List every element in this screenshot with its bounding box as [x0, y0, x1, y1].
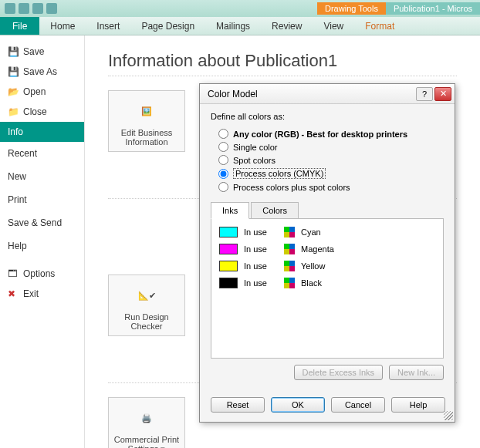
window-title: Publication1 - Micros	[386, 2, 480, 15]
sidebar-item-print[interactable]: Print	[0, 188, 84, 211]
divider	[108, 76, 457, 76]
ink-status: In use	[244, 244, 278, 254]
sidebar-label: Options	[23, 268, 55, 279]
resize-grip[interactable]	[444, 411, 453, 420]
tab-review[interactable]: Review	[261, 17, 313, 35]
sidebar-label: Print	[8, 194, 27, 205]
tab-page-design[interactable]: Page Design	[130, 17, 205, 35]
sidebar-item-exit[interactable]: ✖Exit	[0, 284, 84, 304]
tile-label: Commercial Print Settings ▾	[112, 435, 181, 448]
tab-mailings[interactable]: Mailings	[205, 17, 261, 35]
sidebar-item-close[interactable]: 📁Close	[0, 102, 84, 122]
ok-button[interactable]: OK	[271, 397, 325, 413]
sidebar-item-info[interactable]: Info	[0, 122, 84, 142]
ink-name: Magenta	[301, 244, 335, 254]
print-settings-icon: 🖨️	[131, 406, 162, 430]
business-info-icon: 🖼️	[131, 99, 162, 123]
backstage-sidebar: 💾Save 💾Save As 📂Open 📁Close Info Recent …	[0, 35, 85, 448]
ink-name: Cyan	[301, 227, 335, 237]
ribbon-tabs: File Home Insert Page Design Mailings Re…	[0, 17, 480, 35]
cancel-button[interactable]: Cancel	[331, 397, 385, 413]
sidebar-item-open[interactable]: 📂Open	[0, 82, 84, 102]
new-ink-button[interactable]: New Ink...	[389, 365, 444, 380]
radio-spot-colors[interactable]: Spot colors	[218, 153, 444, 167]
sidebar-label: Save As	[23, 66, 57, 77]
help-button[interactable]: Help	[391, 397, 445, 413]
sidebar-item-recent[interactable]: Recent	[0, 142, 84, 165]
quick-access-toolbar	[0, 3, 62, 14]
sidebar-label: Save	[23, 46, 44, 57]
tab-view[interactable]: View	[313, 17, 354, 35]
tab-home[interactable]: Home	[39, 17, 86, 35]
radio-process-plus-spot[interactable]: Process colors plus spot colors	[218, 180, 444, 194]
ink-swatch-icon	[219, 278, 238, 288]
tab-format[interactable]: Format	[354, 17, 405, 35]
design-checker-icon: 📐✔	[131, 283, 162, 308]
radio-any-color[interactable]: Any color (RGB) - Best for desktop print…	[218, 127, 444, 140]
cmyk-icon	[284, 227, 295, 237]
delete-excess-inks-button[interactable]: Delete Excess Inks	[294, 365, 384, 380]
options-icon: 🗔	[8, 268, 19, 279]
exit-icon: ✖	[8, 288, 19, 299]
sidebar-label: Recent	[8, 148, 37, 159]
sidebar-label: New	[8, 171, 26, 182]
color-model-radios: Any color (RGB) - Best for desktop print…	[218, 127, 444, 194]
tile-edit-business-info[interactable]: 🖼️ Edit Business Information	[108, 90, 185, 152]
qat-redo-icon[interactable]	[46, 3, 57, 14]
sidebar-label: Info	[8, 126, 23, 137]
qat-icon[interactable]	[5, 3, 15, 14]
define-colors-label: Define all colors as:	[211, 112, 444, 121]
tab-insert[interactable]: Insert	[86, 17, 130, 35]
save-icon: 💾	[8, 46, 19, 57]
sidebar-item-help[interactable]: Help	[0, 234, 84, 258]
page-heading: Information about Publication1	[108, 51, 457, 71]
ink-status: In use	[244, 227, 278, 237]
dialog-help-button[interactable]: ?	[416, 87, 433, 101]
ink-row[interactable]: In use Cyan	[219, 227, 435, 237]
radio-label: Single color	[233, 143, 277, 152]
ink-status: In use	[244, 278, 278, 288]
sidebar-label: Close	[23, 106, 47, 117]
tile-commercial-print[interactable]: 🖨️ Commercial Print Settings ▾	[108, 397, 185, 448]
ink-status: In use	[244, 261, 278, 271]
ink-row[interactable]: In use Magenta	[219, 244, 435, 254]
radio-label: Process colors (CMYK)	[233, 168, 326, 179]
tile-run-design-checker[interactable]: 📐✔ Run Design Checker	[108, 275, 185, 336]
sidebar-label: Open	[23, 86, 46, 97]
sidebar-item-save[interactable]: 💾Save	[0, 42, 84, 62]
title-bar: Drawing Tools Publication1 - Micros	[0, 0, 480, 17]
sidebar-item-save-as[interactable]: 💾Save As	[0, 62, 84, 82]
cmyk-icon	[284, 244, 295, 254]
cmyk-icon	[284, 261, 295, 271]
radio-label: Any color (RGB) - Best for desktop print…	[233, 130, 407, 139]
radio-process-cmyk[interactable]: Process colors (CMYK)	[218, 167, 444, 180]
ink-row[interactable]: In use Black	[219, 278, 435, 288]
qat-undo-icon[interactable]	[32, 3, 43, 14]
dialog-body: Define all colors as: Any color (RGB) - …	[200, 104, 455, 391]
dialog-close-button[interactable]: ✕	[434, 87, 451, 101]
ink-row[interactable]: In use Yellow	[219, 261, 435, 271]
ink-swatch-icon	[219, 244, 238, 254]
file-tab[interactable]: File	[0, 17, 39, 35]
radio-single-color[interactable]: Single color	[218, 140, 444, 153]
sidebar-item-save-send[interactable]: Save & Send	[0, 211, 84, 234]
ink-swatch-icon	[219, 227, 238, 237]
contextual-tab-label: Drawing Tools	[317, 2, 386, 15]
ink-name: Black	[301, 278, 335, 288]
sidebar-label: Save & Send	[8, 217, 62, 228]
dialog-titlebar[interactable]: Color Model ? ✕	[200, 84, 455, 104]
tab-colors[interactable]: Colors	[251, 202, 299, 219]
reset-button[interactable]: Reset	[211, 397, 265, 413]
sidebar-item-options[interactable]: 🗔Options	[0, 264, 84, 284]
ink-action-buttons: Delete Excess Inks New Ink...	[211, 359, 444, 383]
tile-label: Run Design Checker	[112, 312, 181, 331]
qat-save-icon[interactable]	[19, 3, 29, 14]
tab-inks[interactable]: Inks	[211, 202, 249, 219]
ink-name: Yellow	[301, 261, 335, 271]
sidebar-item-new[interactable]: New	[0, 165, 84, 188]
color-model-dialog: Color Model ? ✕ Define all colors as: An…	[199, 83, 455, 423]
radio-label: Process colors plus spot colors	[233, 183, 350, 192]
save-as-icon: 💾	[8, 66, 19, 77]
tile-label: Edit Business Information	[112, 128, 181, 147]
ink-tabstrip: Inks Colors	[211, 201, 444, 219]
